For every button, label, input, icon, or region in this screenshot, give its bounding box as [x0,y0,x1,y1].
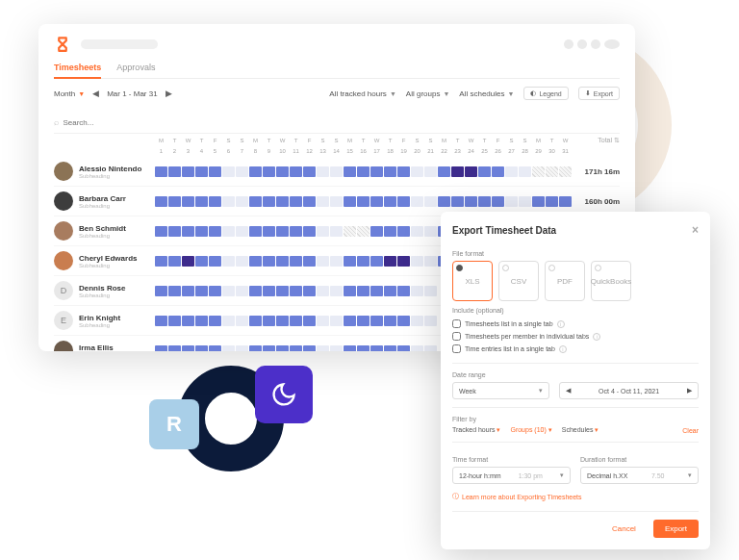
day-cell[interactable] [182,256,194,267]
format-option[interactable]: XLS [452,261,493,301]
duration-format-select[interactable]: Decimal h.XX7.50▾ [580,467,699,484]
day-cell[interactable] [411,286,423,296]
day-cell[interactable] [317,226,329,237]
day-cell[interactable] [492,166,504,177]
filter-hours-modal[interactable]: Tracked hours ▾ [452,426,500,434]
day-cell[interactable] [249,226,262,237]
day-cell[interactable] [303,316,316,326]
day-cell[interactable] [357,256,370,267]
day-cell[interactable] [236,226,248,237]
day-cell[interactable] [451,166,464,177]
day-cell[interactable] [370,196,383,207]
day-cell[interactable] [236,166,248,177]
day-cell[interactable] [249,196,262,207]
day-cell[interactable] [317,166,329,177]
day-cell[interactable] [317,196,329,207]
day-cell[interactable] [397,286,410,296]
format-option[interactable]: PDF [545,261,585,301]
day-cell[interactable] [263,316,275,326]
day-cell[interactable] [384,256,396,267]
day-cell[interactable] [236,286,248,296]
day-cell[interactable] [182,345,194,352]
day-cell[interactable] [330,166,343,177]
day-cell[interactable] [168,166,181,177]
day-cell[interactable] [357,196,370,207]
day-cell[interactable] [532,166,545,177]
day-cell[interactable] [384,316,396,326]
day-cell[interactable] [424,286,437,296]
day-cell[interactable] [155,256,167,267]
day-cell[interactable] [290,226,302,237]
day-cell[interactable] [370,345,383,352]
include-option[interactable]: Time entries list in a single tabi [452,343,699,355]
day-cell[interactable] [168,316,181,326]
filter-hours[interactable]: All tracked hours▼ [329,89,396,98]
day-cell[interactable] [505,166,518,177]
day-cell[interactable] [168,196,181,207]
day-cell[interactable] [411,316,423,326]
day-cell[interactable] [317,286,329,296]
day-cell[interactable] [209,286,221,296]
day-cell[interactable] [290,196,302,207]
day-cell[interactable] [424,345,437,352]
day-cell[interactable] [263,166,275,177]
day-cell[interactable] [155,345,167,352]
day-cell[interactable] [249,345,262,352]
day-cell[interactable] [263,286,275,296]
day-cell[interactable] [263,226,275,237]
day-cell[interactable] [209,166,221,177]
cancel-button[interactable]: Cancel [602,520,646,538]
day-cell[interactable] [317,345,329,352]
day-cell[interactable] [303,166,316,177]
day-cell[interactable] [357,226,370,237]
day-cell[interactable] [370,226,383,237]
tab-approvals[interactable]: Approvals [116,63,155,72]
day-cell[interactable] [357,286,370,296]
day-cell[interactable] [384,166,396,177]
day-cell[interactable] [344,226,356,237]
day-cell[interactable] [397,256,410,267]
period-select[interactable]: Month▼ [54,89,85,98]
day-cell[interactable] [155,226,167,237]
export-confirm-button[interactable]: Export [653,520,699,538]
include-option[interactable]: Timesheets list in a single tabi [452,318,699,330]
day-cell[interactable] [465,196,477,207]
day-cell[interactable] [370,256,383,267]
day-cell[interactable] [276,256,289,267]
filter-schedules[interactable]: All schedules▼ [459,89,514,98]
day-cell[interactable] [505,196,518,207]
day-cell[interactable] [263,256,275,267]
day-cell[interactable] [317,256,329,267]
day-cell[interactable] [222,345,235,352]
day-cell[interactable] [222,256,235,267]
next-period[interactable]: ▶ [166,89,172,98]
day-cell[interactable] [357,345,370,352]
day-cell[interactable] [370,166,383,177]
day-cell[interactable] [519,196,531,207]
day-cell[interactable] [411,166,423,177]
day-cell[interactable] [384,345,396,352]
day-cell[interactable] [397,345,410,352]
day-cell[interactable] [236,345,248,352]
day-cell[interactable] [236,256,248,267]
day-cell[interactable] [384,226,396,237]
day-cell[interactable] [559,196,572,207]
day-cell[interactable] [357,166,370,177]
day-cell[interactable] [290,166,302,177]
format-option[interactable]: QuickBooks [591,261,631,301]
day-cell[interactable] [384,286,396,296]
day-cell[interactable] [222,226,235,237]
day-cell[interactable] [195,166,208,177]
day-cell[interactable] [411,256,423,267]
day-cell[interactable] [249,166,262,177]
include-option[interactable]: Timesheets per member in individual tabs… [452,330,699,343]
day-cell[interactable] [344,256,356,267]
day-cell[interactable] [519,166,531,177]
day-cell[interactable] [276,166,289,177]
day-cell[interactable] [195,286,208,296]
day-cell[interactable] [330,196,343,207]
day-cell[interactable] [451,196,464,207]
day-cell[interactable] [182,286,194,296]
day-cell[interactable] [209,345,221,352]
day-cell[interactable] [263,345,275,352]
